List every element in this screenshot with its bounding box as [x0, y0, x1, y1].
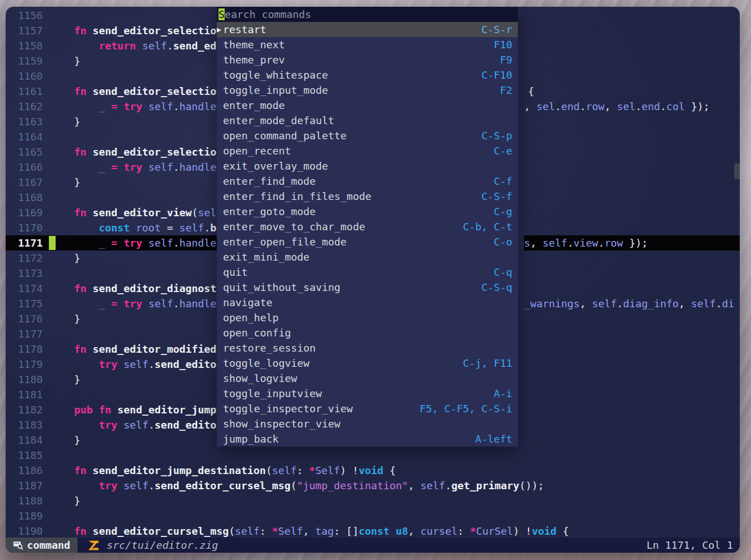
- code-token: diag_info: [623, 298, 679, 309]
- palette-item-keybinding: F5, C-F5, C-S-i: [420, 401, 512, 416]
- code-token: _: [99, 101, 105, 112]
- code-token: [87, 465, 93, 476]
- palette-item-enter_find_mode[interactable]: enter_find_modeC-f: [217, 174, 518, 189]
- code-line[interactable]: 1188 }: [6, 493, 740, 508]
- file-path[interactable]: src/tui/editor.zig: [107, 539, 218, 551]
- palette-item-label: toggle_inspector_view: [223, 401, 353, 416]
- palette-item-jump_back[interactable]: jump_backA-left: [217, 431, 518, 447]
- palette-item-theme_prev[interactable]: theme_prevF9: [217, 52, 518, 67]
- palette-item-label: toggle_logview: [223, 356, 309, 371]
- palette-item-navigate[interactable]: navigate: [217, 295, 518, 310]
- palette-item-open_help[interactable]: open_help: [217, 310, 518, 325]
- palette-item-toggle_whitespace[interactable]: toggle_whitespaceC-F10: [217, 67, 518, 83]
- code-token: .: [555, 101, 561, 112]
- code-line[interactable]: 1187 try self.send_editor_cursel_msg("ju…: [6, 478, 740, 493]
- palette-search-input[interactable]: Search commands: [217, 7, 518, 22]
- palette-item-keybinding: C-F10: [481, 67, 512, 83]
- code-token: [87, 343, 93, 355]
- code-text: }: [49, 251, 80, 266]
- line-number: 1186: [6, 463, 43, 478]
- code-token: [49, 404, 74, 416]
- palette-item-enter_mode[interactable]: enter_mode: [217, 98, 518, 113]
- palette-item-enter_open_file_mode[interactable]: enter_open_file_modeC-o: [217, 234, 518, 249]
- palette-item-open_command_palette[interactable]: open_command_paletteC-S-p: [217, 128, 518, 143]
- code-token: send_editor_cursel_msg: [93, 525, 229, 537]
- code-token: get_primary: [452, 480, 520, 491]
- code-token: ) !: [340, 465, 358, 476]
- code-token: fn: [74, 146, 87, 158]
- code-token: self: [272, 465, 297, 476]
- palette-item-label: open_command_palette: [223, 128, 347, 143]
- code-token: }: [49, 252, 80, 264]
- code-token: (: [192, 207, 198, 218]
- palette-item-label: open_help: [223, 310, 279, 325]
- palette-item-enter_goto_mode[interactable]: enter_goto_modeC-g: [217, 204, 518, 219]
- code-token: .: [445, 480, 451, 491]
- palette-item-enter_mode_default[interactable]: enter_mode_default: [217, 113, 518, 128]
- code-token: .: [148, 419, 154, 431]
- code-token: });: [623, 237, 648, 249]
- palette-item-label: theme_prev: [223, 52, 285, 67]
- palette-item-keybinding: F10: [494, 37, 512, 52]
- code-token: .: [148, 358, 154, 370]
- code-token: send_editor_view: [93, 207, 192, 218]
- code-line[interactable]: 1189: [6, 508, 740, 523]
- code-token: [105, 298, 111, 309]
- palette-item-keybinding: C-S-q: [481, 280, 512, 295]
- code-token: {: [557, 525, 569, 537]
- line-number: 1156: [6, 8, 43, 23]
- palette-item-toggle_inspector_view[interactable]: toggle_inspector_viewF5, C-F5, C-S-i: [217, 401, 518, 416]
- palette-item-label: enter_open_file_mode: [223, 234, 347, 249]
- line-number: 1169: [6, 205, 43, 220]
- code-token: ,: [408, 480, 420, 491]
- code-text: fn send_editor_selectio: [49, 144, 216, 160]
- code-token: .: [580, 101, 586, 112]
- palette-item-toggle_inputview[interactable]: toggle_inputviewA-i: [217, 386, 518, 401]
- code-token: [87, 207, 93, 218]
- code-line[interactable]: 1185: [6, 448, 740, 463]
- code-token: [142, 161, 148, 173]
- palette-item-label: restart: [223, 22, 266, 37]
- code-line[interactable]: 1186 fn send_editor_jump_destination(sel…: [6, 463, 740, 478]
- palette-item-open_recent[interactable]: open_recentC-e: [217, 143, 518, 158]
- code-token: [49, 222, 99, 234]
- palette-item-toggle_logview[interactable]: toggle_logviewC-j, F11: [217, 356, 518, 371]
- zig-logo-icon: [88, 540, 99, 551]
- palette-item-label: show_logview: [223, 371, 297, 386]
- scrollbar-thumb[interactable]: [734, 163, 740, 179]
- line-number: 1166: [6, 160, 43, 175]
- palette-item-enter_move_to_char_mode[interactable]: enter_move_to_char_modeC-b, C-t: [217, 219, 518, 234]
- palette-item-keybinding: C-S-r: [481, 22, 512, 37]
- code-text: fn send_editor_selectio: [49, 23, 216, 38]
- code-token: [49, 237, 99, 249]
- palette-item-toggle_input_mode[interactable]: toggle_input_modeF2: [217, 83, 518, 98]
- palette-item-exit_overlay_mode[interactable]: exit_overlay_mode: [217, 158, 518, 174]
- palette-item-open_config[interactable]: open_config: [217, 325, 518, 340]
- mode-indicator[interactable]: command: [6, 538, 78, 553]
- palette-item-restart[interactable]: ▶restartC-S-r: [217, 22, 518, 37]
- code-token: fn: [74, 283, 87, 294]
- code-text: _ = try self.handle: [49, 235, 216, 251]
- code-text: }: [49, 311, 80, 326]
- code-token: b: [210, 222, 216, 234]
- palette-item-quit_without_saving[interactable]: quit_without_savingC-S-q: [217, 280, 518, 295]
- palette-item-theme_next[interactable]: theme_nextF10: [217, 37, 518, 52]
- code-token: [87, 146, 93, 158]
- palette-item-label: jump_back: [223, 431, 279, 447]
- line-number: 1160: [6, 69, 43, 84]
- palette-item-restore_session[interactable]: restore_session: [217, 340, 518, 356]
- code-text: }: [49, 493, 80, 508]
- code-token: const: [99, 222, 130, 234]
- palette-item-quit[interactable]: quitC-q: [217, 265, 518, 280]
- code-token: ,: [408, 525, 420, 537]
- palette-item-label: quit: [223, 265, 248, 280]
- code-token: }: [49, 176, 80, 188]
- code-token: [142, 298, 148, 309]
- palette-item-enter_find_in_files_mode[interactable]: enter_find_in_files_modeC-S-f: [217, 189, 518, 204]
- palette-item-show_inspector_view[interactable]: show_inspector_view: [217, 416, 518, 431]
- code-token: }: [49, 434, 80, 446]
- palette-item-show_logview[interactable]: show_logview: [217, 371, 518, 386]
- palette-item-exit_mini_mode[interactable]: exit_mini_mode: [217, 249, 518, 265]
- line-number: 1163: [6, 114, 43, 129]
- code-line[interactable]: 1190 fn send_editor_cursel_msg(self: *Se…: [6, 523, 740, 539]
